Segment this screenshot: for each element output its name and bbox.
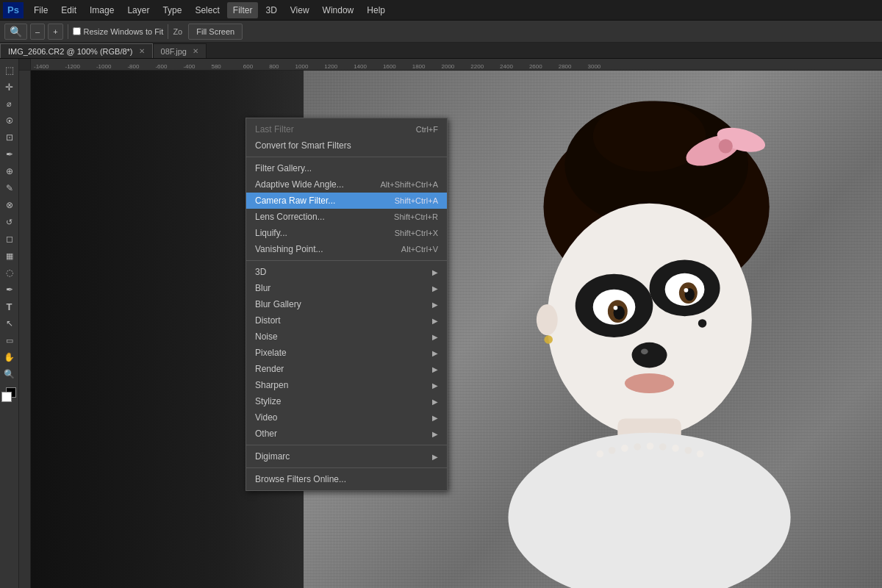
zoom-tool-icon[interactable]: 🔍 bbox=[4, 24, 27, 40]
foreground-background bbox=[3, 386, 16, 402]
type-tool[interactable]: T bbox=[1, 298, 18, 315]
render-label: Render bbox=[255, 364, 284, 374]
menu-item-blur-gallery[interactable]: Blur Gallery ▶ bbox=[246, 296, 447, 312]
ruler-mark: 600 bbox=[243, 63, 253, 70]
gradient-tool[interactable]: ▦ bbox=[1, 248, 18, 264]
image-canvas bbox=[31, 71, 882, 588]
camera-raw-label: Camera Raw Filter... bbox=[255, 196, 335, 206]
tab-img2606-close[interactable]: ✕ bbox=[139, 47, 145, 55]
shape-tool[interactable]: ▭ bbox=[1, 332, 18, 348]
sharpen-label: Sharpen bbox=[255, 380, 288, 390]
menu-item-3d[interactable]: 3D ▶ bbox=[246, 264, 447, 280]
lens-correction-label: Lens Correction... bbox=[255, 212, 325, 222]
menu-item-sharpen[interactable]: Sharpen ▶ bbox=[246, 377, 447, 393]
menu-item-convert-smart-filters[interactable]: Convert for Smart Filters bbox=[246, 137, 447, 154]
menu-type[interactable]: Type bbox=[157, 2, 187, 18]
clone-stamp-tool[interactable]: ⊗ bbox=[1, 197, 18, 213]
menu-divider-4 bbox=[246, 467, 447, 468]
menu-item-browse-filters[interactable]: Browse Filters Online... bbox=[246, 471, 447, 487]
menu-item-blur[interactable]: Blur ▶ bbox=[246, 280, 447, 296]
menu-item-pixelate[interactable]: Pixelate ▶ bbox=[246, 345, 447, 361]
zoom-tool[interactable]: 🔍 bbox=[1, 366, 18, 382]
noise-label: Noise bbox=[255, 331, 278, 342]
menu-item-lens-correction[interactable]: Lens Correction... Shift+Ctrl+R bbox=[246, 209, 447, 225]
left-toolbox: ⬚ ✛ ⌀ ⦿ ⊡ ✒ ⊕ ✎ ⊗ ↺ ◻ ▦ ◌ ✒ T ↖ ▭ ✋ 🔍 bbox=[0, 59, 19, 588]
menu-help[interactable]: Help bbox=[361, 2, 391, 18]
zoom-in-btn[interactable]: + bbox=[48, 24, 62, 40]
sharpen-arrow: ▶ bbox=[432, 381, 438, 390]
menu-file[interactable]: File bbox=[28, 2, 54, 18]
svg-point-28 bbox=[634, 443, 641, 451]
tab-08f[interactable]: 08F.jpg ✕ bbox=[153, 43, 207, 58]
menu-item-liquify[interactable]: Liquify... Shift+Ctrl+X bbox=[246, 225, 447, 241]
history-brush-tool[interactable]: ↺ bbox=[1, 214, 18, 230]
menu-filter[interactable]: Filter bbox=[227, 2, 259, 18]
menu-item-vanishing-point[interactable]: Vanishing Point... Alt+Ctrl+V bbox=[246, 241, 447, 257]
marquee-tool[interactable]: ⬚ bbox=[1, 62, 18, 78]
move-tool[interactable]: ✛ bbox=[1, 79, 18, 95]
crop-tool[interactable]: ⊡ bbox=[1, 129, 18, 146]
brush-tool[interactable]: ✎ bbox=[1, 180, 18, 196]
hand-tool[interactable]: ✋ bbox=[1, 349, 18, 365]
eraser-tool[interactable]: ◻ bbox=[1, 231, 18, 247]
svg-point-30 bbox=[659, 443, 667, 451]
menu-item-distort[interactable]: Distort ▶ bbox=[246, 312, 447, 329]
svg-point-22 bbox=[544, 335, 553, 344]
fill-screen-btn[interactable]: Fill Screen bbox=[188, 24, 243, 40]
lasso-tool[interactable]: ⌀ bbox=[1, 96, 18, 112]
convert-smart-label: Convert for Smart Filters bbox=[255, 140, 351, 151]
zoom-out-btn[interactable]: – bbox=[30, 24, 45, 40]
ruler-mark: 2800 bbox=[559, 63, 572, 70]
menu-image[interactable]: Image bbox=[84, 2, 120, 18]
menu-layer[interactable]: Layer bbox=[121, 2, 155, 18]
quick-select-tool[interactable]: ⦿ bbox=[1, 112, 18, 129]
vanishing-point-shortcut: Alt+Ctrl+V bbox=[401, 245, 438, 254]
svg-point-29 bbox=[646, 442, 653, 450]
menu-item-video[interactable]: Video ▶ bbox=[246, 409, 447, 426]
ruler-mark: -800 bbox=[127, 63, 139, 70]
menu-item-stylize[interactable]: Stylize ▶ bbox=[246, 393, 447, 409]
svg-point-32 bbox=[684, 447, 692, 454]
adaptive-wide-shortcut: Alt+Shift+Ctrl+A bbox=[380, 180, 438, 189]
dodge-tool[interactable]: ◌ bbox=[1, 265, 18, 281]
menu-divider-1 bbox=[246, 157, 447, 157]
ruler-mark: 2400 bbox=[500, 63, 513, 70]
svg-point-18 bbox=[641, 348, 648, 354]
tab-08f-close[interactable]: ✕ bbox=[193, 47, 198, 55]
filter-dropdown-menu: Last Filter Ctrl+F Convert for Smart Fil… bbox=[245, 118, 448, 491]
svg-point-26 bbox=[608, 447, 615, 454]
resize-windows-label[interactable]: Resize Windows to Fit bbox=[73, 27, 164, 36]
lens-correction-shortcut: Shift+Ctrl+R bbox=[394, 212, 438, 221]
eyedropper-tool[interactable]: ✒ bbox=[1, 146, 18, 162]
background-color[interactable] bbox=[1, 392, 12, 402]
menu-edit[interactable]: Edit bbox=[55, 2, 82, 18]
tab-img2606[interactable]: IMG_2606.CR2 @ 100% (RGB/8*) ✕ bbox=[0, 43, 153, 58]
resize-windows-checkbox[interactable] bbox=[73, 27, 81, 35]
ruler-mark: 3000 bbox=[588, 63, 601, 70]
menu-item-adaptive-wide-angle[interactable]: Adaptive Wide Angle... Alt+Shift+Ctrl+A bbox=[246, 176, 447, 193]
liquify-shortcut: Shift+Ctrl+X bbox=[395, 229, 438, 237]
ruler-mark: 1000 bbox=[295, 63, 309, 70]
menu-item-camera-raw-filter[interactable]: Camera Raw Filter... Shift+Ctrl+A bbox=[246, 193, 447, 209]
menu-item-filter-gallery[interactable]: Filter Gallery... bbox=[246, 160, 447, 176]
healing-tool[interactable]: ⊕ bbox=[1, 163, 18, 179]
tab-08f-label: 08F.jpg bbox=[161, 47, 187, 56]
menu-item-noise[interactable]: Noise ▶ bbox=[246, 329, 447, 345]
last-filter-shortcut: Ctrl+F bbox=[416, 125, 438, 134]
liquify-label: Liquify... bbox=[255, 228, 287, 238]
ruler-mark: 2200 bbox=[470, 63, 484, 70]
menu-view[interactable]: View bbox=[284, 2, 315, 18]
menu-3d[interactable]: 3D bbox=[259, 2, 282, 18]
menu-item-other[interactable]: Other ▶ bbox=[246, 426, 447, 442]
svg-point-6 bbox=[547, 204, 751, 437]
menu-item-last-filter[interactable]: Last Filter Ctrl+F bbox=[246, 121, 447, 137]
svg-point-20 bbox=[624, 373, 673, 393]
main-layout: ⬚ ✛ ⌀ ⦿ ⊡ ✒ ⊕ ✎ ⊗ ↺ ◻ ▦ ◌ ✒ T ↖ ▭ ✋ 🔍 -1… bbox=[0, 59, 882, 588]
menu-item-digimarc[interactable]: Digimarc ▶ bbox=[246, 448, 447, 465]
menu-item-render[interactable]: Render ▶ bbox=[246, 361, 447, 377]
path-select-tool[interactable]: ↖ bbox=[1, 315, 18, 331]
ruler-mark: -400 bbox=[183, 63, 195, 70]
pen-tool[interactable]: ✒ bbox=[1, 282, 18, 298]
menu-select[interactable]: Select bbox=[189, 2, 225, 18]
menu-window[interactable]: Window bbox=[317, 2, 360, 18]
